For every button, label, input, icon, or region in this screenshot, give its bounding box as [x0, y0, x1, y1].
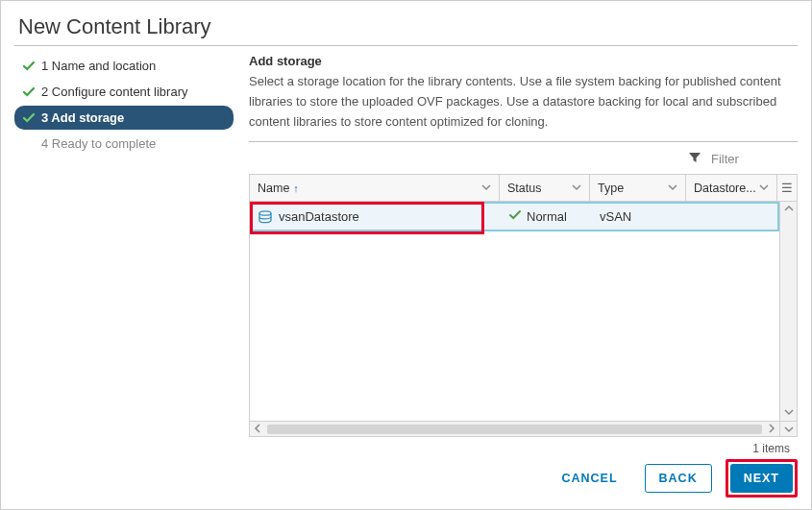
- section-description: Select a storage location for the librar…: [249, 72, 798, 142]
- wizard-steps-sidebar: 1 Name and location 2 Configure content …: [14, 54, 234, 455]
- section-title: Add storage: [249, 54, 798, 68]
- sort-ascending-icon: ↑: [293, 182, 299, 194]
- column-menu-icon: ☰: [779, 181, 795, 195]
- grid-item-count: 1 items: [249, 437, 798, 455]
- column-menu-button[interactable]: ☰: [777, 175, 797, 201]
- step-ready-complete: 4 Ready to complete: [14, 132, 234, 156]
- scroll-right-icon[interactable]: [764, 424, 779, 435]
- step-label: 2 Configure content library: [41, 85, 187, 99]
- filter-icon[interactable]: [688, 151, 701, 167]
- datastore-icon: [258, 210, 273, 224]
- horizontal-scrollbar[interactable]: [250, 421, 797, 436]
- wizard-actions: CANCEL BACK NEXT: [548, 459, 798, 498]
- checkmark-icon: [22, 112, 36, 124]
- scroll-left-icon[interactable]: [250, 424, 265, 435]
- cell-name: vsanDatastore: [279, 209, 359, 224]
- svg-point-0: [259, 211, 271, 215]
- dialog-title: New Content Library: [14, 11, 798, 46]
- datastore-grid: Name ↑ Status Type: [249, 174, 798, 437]
- scroll-up-icon[interactable]: [784, 202, 794, 217]
- cell-status: Normal: [527, 209, 567, 224]
- column-header-datastore[interactable]: Datastore...: [686, 175, 777, 201]
- chevron-down-icon[interactable]: [759, 182, 769, 195]
- step-configure-library[interactable]: 2 Configure content library: [14, 80, 234, 104]
- column-header-name[interactable]: Name ↑: [250, 175, 500, 201]
- vertical-scrollbar[interactable]: [779, 202, 797, 421]
- cell-type: vSAN: [600, 209, 631, 224]
- filter-input[interactable]: [707, 150, 794, 168]
- table-row[interactable]: vsanDatastore Normal vSAN: [250, 202, 779, 231]
- step-label: 1 Name and location: [41, 59, 156, 73]
- column-label: Datastore...: [694, 182, 756, 195]
- checkmark-icon: [22, 86, 36, 98]
- next-button[interactable]: NEXT: [730, 464, 793, 493]
- chevron-down-icon[interactable]: [668, 182, 677, 195]
- highlight-next-button: NEXT: [726, 459, 798, 498]
- column-header-type[interactable]: Type: [590, 175, 686, 201]
- scroll-corner-icon: [779, 422, 797, 436]
- column-header-status[interactable]: Status: [500, 175, 590, 201]
- chevron-down-icon[interactable]: [572, 182, 581, 195]
- step-label: 4 Ready to complete: [41, 136, 156, 151]
- chevron-down-icon[interactable]: [481, 182, 491, 195]
- cancel-button[interactable]: CANCEL: [548, 464, 630, 493]
- step-label: 3 Add storage: [41, 110, 124, 125]
- step-name-location[interactable]: 1 Name and location: [14, 54, 234, 78]
- grid-header: Name ↑ Status Type: [250, 175, 797, 202]
- step-add-storage[interactable]: 3 Add storage: [14, 106, 234, 130]
- checkmark-icon: [22, 61, 36, 72]
- column-label: Type: [598, 182, 624, 195]
- column-label: Name: [258, 182, 289, 195]
- back-button[interactable]: BACK: [645, 464, 712, 493]
- scroll-track[interactable]: [267, 425, 762, 434]
- scroll-down-icon[interactable]: [784, 405, 794, 421]
- status-ok-icon: [509, 209, 521, 224]
- new-content-library-dialog: New Content Library 1 Name and location …: [0, 0, 812, 510]
- column-label: Status: [507, 182, 541, 195]
